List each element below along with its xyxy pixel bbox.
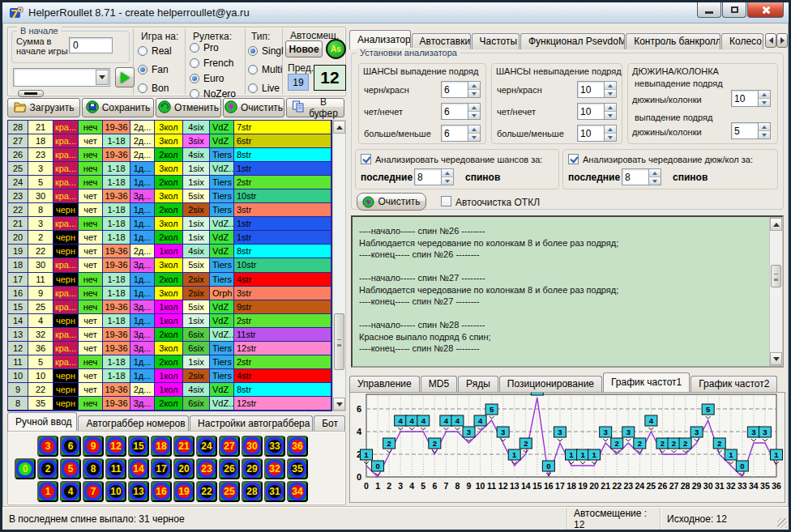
spin-dn-button[interactable] — [605, 134, 616, 141]
table-row[interactable]: 1830кра...чет19-363д...3кол5sixTiers10st… — [8, 258, 331, 272]
table-row[interactable]: 922чернчет19-362д...1кол4sixVdZ8str — [8, 383, 331, 397]
analyzer-log[interactable]: ----начало----- спин №26 -------- Наблюд… — [351, 215, 784, 368]
num-3-button[interactable]: 3 — [37, 436, 58, 457]
radio-game-fan[interactable]: Fan — [138, 64, 169, 75]
num-19-button[interactable]: 19 — [173, 481, 195, 502]
play-button[interactable] — [115, 67, 135, 87]
num-25-button[interactable]: 25 — [219, 481, 240, 502]
num-2-button[interactable]: 2 — [37, 458, 58, 479]
num-28-button[interactable]: 28 — [242, 481, 263, 502]
spin-up-button[interactable] — [759, 123, 770, 131]
scroll-thumb[interactable] — [771, 265, 781, 287]
spin-up-button[interactable] — [442, 169, 453, 177]
table-row[interactable]: 245кра...неч1-181д...2кол1sixTiers2str — [8, 176, 331, 189]
spin-dn-button[interactable] — [759, 99, 770, 106]
num-4-button[interactable]: 4 — [60, 481, 81, 502]
num-21-button[interactable]: 21 — [173, 436, 195, 457]
tab-md5[interactable]: MD5 — [421, 376, 457, 392]
toolbar-save-button[interactable]: Сохранить — [82, 98, 154, 117]
num-35-button[interactable]: 35 — [287, 458, 308, 479]
table-row[interactable]: 228чернчет1-181д...2кол2sixTiers3str — [8, 203, 331, 217]
minimize-button[interactable] — [697, 2, 721, 18]
num-23-button[interactable]: 23 — [196, 458, 217, 479]
num-24-button[interactable]: 24 — [196, 436, 217, 457]
scroll-up-button[interactable] — [333, 121, 345, 134]
table-row[interactable]: 1711черннеч1-181д...2кол2sixTiers4str — [8, 273, 331, 287]
spin-up-button[interactable] — [468, 82, 480, 90]
spin-dn-button[interactable] — [468, 134, 480, 141]
num-22-button[interactable]: 22 — [196, 481, 217, 502]
table-row[interactable]: 1332кра...чет19-363д...2кол6sixVdZ...11s… — [8, 328, 331, 342]
table-row[interactable]: 1922чернчет19-362д...1кол4sixVdZ8str — [8, 245, 331, 258]
toolbar-copy-button[interactable]: В буфер — [286, 98, 344, 117]
num-5-button[interactable]: 5 — [60, 458, 81, 479]
num-8-button[interactable]: 8 — [83, 458, 104, 479]
num-33-button[interactable]: 33 — [264, 436, 285, 457]
tab-управление[interactable]: Управление — [349, 376, 420, 392]
num-1-button[interactable]: 1 — [37, 481, 58, 502]
num-20-button[interactable]: 20 — [173, 458, 195, 479]
dozen-hit-spinner-value[interactable] — [731, 122, 759, 139]
log-scrollbar[interactable] — [769, 217, 783, 366]
num-31-button[interactable]: 31 — [264, 481, 285, 502]
table-row[interactable]: 2718кра...чет1-182д...3кол3sixVdZ6str — [8, 134, 331, 148]
maximize-button[interactable] — [722, 2, 746, 18]
num-14-button[interactable]: 14 — [128, 458, 149, 479]
spin-up-button[interactable] — [759, 91, 770, 99]
hit-spinner-2[interactable] — [441, 125, 481, 142]
tab-бот[interactable]: Бот — [314, 415, 345, 432]
spin-dn-button[interactable] — [605, 90, 616, 97]
hit-spinner-2-value[interactable] — [441, 125, 468, 142]
spin-up-button[interactable] — [468, 104, 480, 112]
table-row[interactable]: 1236кра...чет19-363д...3кол6sixTiers12st… — [8, 342, 331, 355]
miss-spinner-2-value[interactable] — [577, 125, 605, 142]
table-row[interactable]: 835черннеч19-363д...2кол6sixVdZ...12str — [8, 397, 331, 411]
table-scrollbar[interactable] — [332, 120, 346, 411]
num-6-button[interactable]: 6 — [60, 436, 81, 457]
spin-dn-button[interactable] — [468, 112, 480, 119]
tab-анализатор[interactable]: Анализатор — [349, 30, 411, 49]
miss-spinner-2[interactable] — [577, 125, 617, 142]
num-29-button[interactable]: 29 — [242, 458, 263, 479]
tab-контроль-банкролла[interactable]: Контроль банкролла — [626, 33, 720, 49]
hit-spinner-0-value[interactable] — [441, 81, 468, 98]
table-row[interactable]: 115кра...неч1-181д...2кол1sixTiers2str — [8, 355, 331, 369]
dozen-hit-spinner[interactable] — [731, 122, 771, 139]
num-17-button[interactable]: 17 — [151, 458, 172, 479]
num-32-button[interactable]: 32 — [264, 458, 285, 479]
scroll-thumb[interactable] — [334, 313, 344, 370]
autoclean-checkbox[interactable] — [441, 196, 451, 206]
chances-spins-spinner[interactable] — [414, 168, 454, 185]
table-row[interactable]: 253кра...неч1-181д...3кол1sixVdZ...1str — [8, 162, 331, 176]
tab-ряды[interactable]: Ряды — [458, 376, 498, 392]
tab-частоты[interactable]: Частоты — [472, 33, 519, 49]
hit-spinner-1[interactable] — [441, 103, 481, 120]
num-16-button[interactable]: 16 — [151, 481, 172, 502]
tab-функционал-psevdoms[interactable]: Функционал PsevdoMS — [520, 33, 625, 49]
num-11-button[interactable]: 11 — [105, 458, 126, 479]
spin-dn-button[interactable] — [442, 177, 453, 185]
table-row[interactable]: 2330кра...чет19-363д...3кол5sixTiers10st… — [8, 189, 331, 203]
radio-game-bon[interactable]: Bon — [138, 83, 169, 94]
tab-ручной-ввод[interactable]: Ручной ввод — [7, 412, 77, 432]
radio-type-live[interactable]: Live — [248, 83, 280, 94]
miss-spinner-1[interactable] — [577, 103, 617, 120]
table-row[interactable]: 1525кра...неч19-363д...1кол5sixVdZ9str — [8, 300, 331, 314]
table-row[interactable]: 202чернчет1-181д...2кол1sixVdZ1str — [8, 231, 331, 245]
spin-up-button[interactable] — [605, 126, 616, 134]
radio-roulette-euro[interactable]: Euro — [190, 73, 224, 84]
num-15-button[interactable]: 15 — [128, 436, 149, 457]
tabs-scroll-left-button[interactable] — [765, 33, 776, 48]
tab-позиционирование[interactable]: Позиционирование — [499, 376, 602, 392]
radio-type-multi[interactable]: Multi — [248, 64, 282, 75]
spin-dn-button[interactable] — [468, 90, 480, 97]
dozen-miss-spinner[interactable] — [731, 90, 771, 107]
dozens-spins-spinner-value[interactable] — [622, 168, 649, 185]
spin-up-button[interactable] — [649, 169, 661, 177]
num-26-button[interactable]: 26 — [219, 458, 240, 479]
miss-spinner-1-value[interactable] — [577, 103, 605, 120]
radio-roulette-pro[interactable]: Pro — [190, 42, 219, 53]
toolbar-folder-open-button[interactable]: Загрузить — [7, 98, 80, 117]
radio-game-real[interactable]: Real — [138, 45, 172, 57]
history-combobox[interactable] — [13, 68, 110, 87]
